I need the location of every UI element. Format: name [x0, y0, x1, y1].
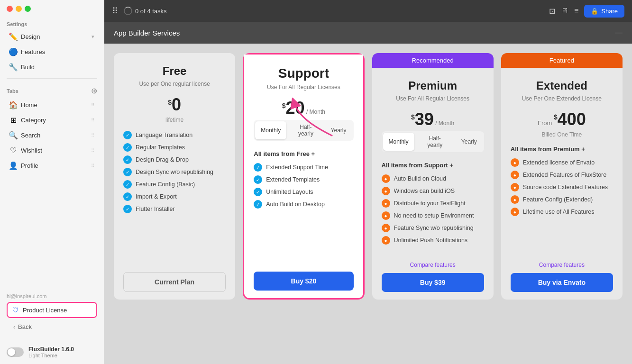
grid-icon[interactable]: ⠿ — [112, 6, 118, 16]
sidebar-item-search[interactable]: 🔍 Search ⠿ — [3, 128, 101, 142]
check-icon: ✓ — [123, 155, 132, 164]
buy-extended-button[interactable]: Buy via Envato — [511, 273, 613, 292]
sidebar-item-features-label: Features — [21, 48, 45, 55]
sidebar-item-design[interactable]: ✏️ Design ▾ — [3, 29, 101, 44]
check-icon: ✓ — [254, 175, 262, 184]
list-item: ✓Auto Build on Desktop — [254, 200, 353, 209]
current-plan-button[interactable]: Current Plan — [123, 272, 226, 292]
back-label: Back — [18, 323, 32, 330]
share-label: Share — [601, 8, 618, 15]
sidebar-item-category[interactable]: ⊞ Category ⠿ — [3, 113, 101, 127]
sidebar-item-search-label: Search — [21, 132, 40, 139]
list-item: ●Feature Sync w/o republishing — [382, 224, 484, 232]
check-icon: ● — [511, 208, 519, 216]
sidebar-item-category-label: Category — [21, 117, 46, 124]
check-icon: ✓ — [123, 143, 132, 152]
minimize-button[interactable] — [16, 6, 22, 12]
sidebar-item-wishlist-label: Wishlist — [21, 147, 42, 154]
sidebar-item-profile[interactable]: 👤 Profile ⠿ — [3, 158, 101, 173]
main-content: ⠿ 0 of 4 tasks ⊡ 🖥 ≡ 🔒 Share App Builder… — [104, 0, 632, 364]
feature-text: Regular Templates — [136, 144, 185, 151]
list-item: ●No need to setup Environment — [382, 211, 484, 220]
feature-text: Unlimited Push Notifications — [394, 237, 468, 244]
list-item: ●Feature Config (Extended) — [511, 195, 613, 204]
support-plan-price: $20 / Month — [254, 98, 353, 118]
feature-text: Flutter Installer — [136, 206, 175, 212]
buy-premium-button[interactable]: Buy $39 — [382, 273, 484, 292]
feature-text: Auto Build on Cloud — [394, 175, 447, 182]
user-email: hi@inspireui.com — [7, 293, 97, 299]
list-icon[interactable]: ≡ — [574, 7, 578, 15]
sidebar-footer: FluxBuilder 1.6.0 Light Theme — [0, 340, 104, 364]
extended-plan-price: From $400 — [511, 109, 613, 129]
premium-half-yearly-button[interactable]: Half-yearly — [416, 133, 454, 151]
wishlist-icon: ♡ — [9, 146, 17, 154]
minimize-icon[interactable]: — — [615, 28, 623, 37]
feature-text: Lifetime use of All Features — [523, 209, 595, 215]
features-icon: 🔵 — [9, 48, 17, 55]
screenshot-icon[interactable]: ⊡ — [549, 7, 555, 16]
buy-support-button[interactable]: Buy $20 — [254, 272, 353, 291]
feature-text: Auto Build on Desktop — [266, 201, 325, 208]
theme-label: Light Theme — [28, 353, 74, 358]
extended-price-dollar: $ — [554, 113, 558, 121]
feature-text: Extended Templates — [266, 176, 320, 183]
premium-period-selector: Monthly Half-yearly Yearly — [382, 131, 484, 152]
check-icon: ✓ — [123, 168, 132, 176]
back-arrow-icon: ‹ — [13, 324, 15, 330]
close-button[interactable] — [7, 6, 13, 12]
premium-yearly-button[interactable]: Yearly — [456, 133, 483, 151]
sidebar-item-wishlist[interactable]: ♡ Wishlist ⠿ — [3, 143, 101, 157]
extended-card-footer: Compare features Buy via Envato — [501, 254, 623, 300]
panel-header: App Builder Services — — [104, 22, 632, 44]
premium-compare-link[interactable]: Compare features — [382, 262, 484, 268]
premium-plan-subtitle: Use For All Regular Licenses — [382, 95, 484, 102]
premium-price-dollar: $ — [411, 113, 415, 121]
sidebar-item-features[interactable]: 🔵 Features — [3, 45, 101, 59]
free-card-inner: Free Use per One regular license $0 life… — [114, 53, 235, 264]
build-icon: 🔧 — [9, 63, 17, 71]
product-license-item[interactable]: 🛡 Product License — [7, 302, 97, 318]
check-icon: ✓ — [254, 200, 262, 209]
yearly-button[interactable]: Yearly — [325, 121, 352, 139]
list-item: ✓Import & Export — [123, 192, 226, 201]
list-item: ✓Feature Config (Basic) — [123, 180, 226, 189]
tabs-section-label: Tabs — [7, 88, 18, 94]
extended-compare-link[interactable]: Compare features — [511, 262, 613, 268]
extended-plan-subtitle: Use Per One Extended License — [511, 95, 613, 102]
monthly-button[interactable]: Monthly — [255, 121, 286, 139]
feature-text: Design Drag & Drop — [136, 156, 189, 163]
share-button[interactable]: 🔒 Share — [584, 5, 624, 18]
check-icon: ✓ — [123, 192, 132, 201]
extended-card-inner: Extended Use Per One Extended License Fr… — [501, 68, 623, 254]
free-card-footer: Current Plan — [114, 264, 235, 300]
topbar-left: ⠿ 0 of 4 tasks — [112, 6, 166, 16]
free-price-note: lifetime — [123, 117, 226, 123]
search-icon: 🔍 — [9, 131, 17, 139]
shield-icon: 🛡 — [12, 306, 19, 314]
list-item: ●Extended license of Envato — [511, 158, 613, 167]
premium-card-inner: Premium Use For All Regular Licenses $39… — [372, 68, 494, 254]
list-item: ✓Flutter Installer — [123, 205, 226, 213]
sidebar-item-build[interactable]: 🔧 Build — [3, 60, 101, 74]
pricing-grid: Free Use per One regular license $0 life… — [104, 44, 632, 309]
content-area: App Builder Services — Free Use per One … — [104, 22, 632, 364]
sidebar-item-home[interactable]: 🏠 Home ⠿ — [3, 98, 101, 112]
toggle-knob — [8, 348, 15, 356]
maximize-button[interactable] — [25, 6, 31, 12]
premium-monthly-button[interactable]: Monthly — [383, 133, 414, 151]
free-plan-subtitle: Use per One regular license — [123, 81, 226, 87]
feature-text: Extended Features of FluxStore — [523, 172, 606, 178]
task-indicator: 0 of 4 tasks — [124, 7, 166, 15]
extended-plan-card: Featured Extended Use Per One Extended L… — [501, 53, 623, 300]
add-tab-button[interactable]: ⊕ — [91, 86, 97, 95]
back-button[interactable]: ‹ Back — [7, 320, 97, 334]
display-icon[interactable]: 🖥 — [561, 7, 568, 15]
topbar-right: ⊡ 🖥 ≡ 🔒 Share — [549, 5, 624, 18]
support-card-inner: Support Use For All Regular Licenses $20… — [244, 55, 363, 264]
theme-toggle[interactable] — [7, 347, 24, 357]
drag-handle: ⠿ — [91, 102, 94, 108]
support-price-amount: 20 — [286, 98, 305, 118]
half-yearly-button[interactable]: Half-yearly — [288, 121, 323, 139]
feature-text: Design Sync w/o republishing — [136, 169, 213, 175]
